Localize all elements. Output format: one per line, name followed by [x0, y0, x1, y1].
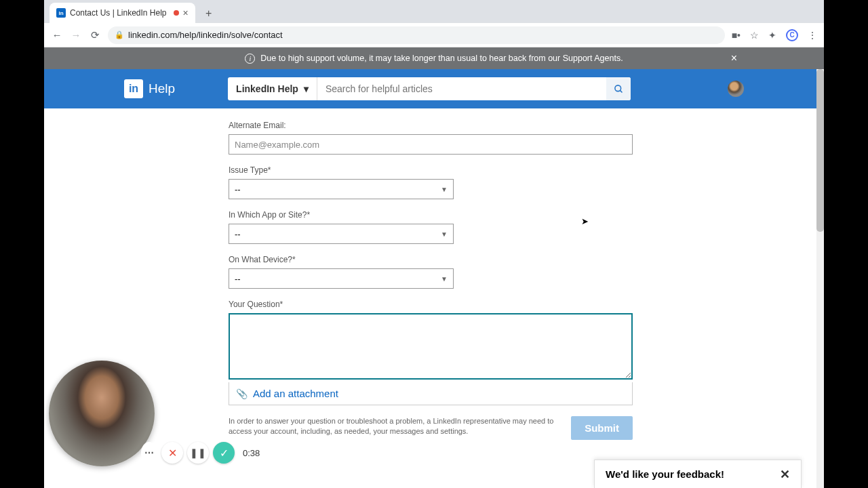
logo[interactable]: in Help	[124, 79, 175, 98]
address-bar: ← → ⟳ 🔒 linkedin.com/help/linkedin/solve…	[44, 23, 824, 47]
user-avatar[interactable]	[728, 81, 744, 97]
new-tab-button[interactable]: +	[199, 4, 218, 23]
issue-type-value: --	[235, 184, 241, 195]
video-icon[interactable]: ■•	[732, 30, 741, 41]
alt-email-label: Alternate Email:	[229, 121, 633, 130]
feedback-popup[interactable]: We'd like your feedback! ✕	[594, 460, 802, 488]
chevron-down-icon: ▼	[441, 275, 448, 283]
recording-time: 0:38	[243, 448, 260, 458]
scrollbar[interactable]	[816, 69, 824, 488]
cancel-recording-button[interactable]: ✕	[161, 442, 183, 464]
webcam-bubble[interactable]	[49, 361, 155, 466]
app-site-select[interactable]: -- ▼	[229, 224, 454, 244]
app-site-value: --	[235, 229, 241, 239]
extensions-icon[interactable]: ✦	[768, 30, 776, 41]
feedback-close-button[interactable]: ✕	[780, 467, 790, 482]
recording-controls: ⋯ ✕ ❚❚ ✓ 0:38	[141, 442, 260, 464]
chevron-down-icon: ▼	[441, 186, 448, 193]
extension-c-icon[interactable]: C	[786, 29, 798, 41]
notice-banner: i Due to high support volume, it may tak…	[44, 47, 824, 69]
bookmark-star-icon[interactable]: ☆	[750, 30, 759, 41]
browser-tab[interactable]: in Contact Us | LinkedIn Help ×	[50, 3, 195, 23]
question-textarea[interactable]	[229, 313, 633, 380]
site-header: in Help LinkedIn Help ▾	[44, 69, 824, 108]
reload-button[interactable]: ⟳	[89, 29, 101, 41]
page-content: Alternate Email: Issue Type* -- ▼ In Whi…	[44, 108, 824, 488]
url-text: linkedin.com/help/linkedin/solve/contact	[128, 30, 283, 40]
close-tab-icon[interactable]: ×	[183, 7, 189, 18]
url-input[interactable]: 🔒 linkedin.com/help/linkedin/solve/conta…	[108, 26, 725, 44]
issue-type-label: Issue Type*	[229, 165, 633, 175]
issue-type-select[interactable]: -- ▼	[229, 179, 454, 199]
search-bar: LinkedIn Help ▾	[228, 77, 631, 100]
scroll-thumb[interactable]	[816, 69, 824, 232]
question-label: Your Question*	[229, 300, 633, 309]
feedback-text: We'd like your feedback!	[606, 468, 724, 480]
recording-indicator-icon	[174, 10, 179, 16]
banner-text: Due to high support volume, it may take …	[260, 54, 623, 63]
paperclip-icon: 📎	[236, 388, 248, 399]
pause-recording-button[interactable]: ❚❚	[187, 442, 209, 464]
search-category-dropdown[interactable]: LinkedIn Help ▾	[228, 77, 317, 100]
add-attachment-button[interactable]: 📎 Add an attachment	[229, 382, 633, 405]
more-options-button[interactable]: ⋯	[141, 442, 157, 464]
banner-close-button[interactable]: ×	[731, 52, 737, 64]
finish-recording-button[interactable]: ✓	[213, 442, 235, 464]
app-site-label: In Which App or Site?*	[229, 210, 633, 220]
svg-line-1	[620, 90, 622, 92]
forward-button[interactable]: →	[70, 29, 82, 41]
browser-tab-bar: in Contact Us | LinkedIn Help × +	[44, 0, 824, 23]
submit-button[interactable]: Submit	[571, 416, 633, 440]
search-input[interactable]	[317, 77, 606, 100]
search-icon	[614, 84, 624, 94]
svg-point-0	[614, 85, 620, 91]
back-button[interactable]: ←	[51, 29, 63, 41]
tab-title: Contact Us | LinkedIn Help	[70, 8, 167, 18]
device-select[interactable]: -- ▼	[229, 268, 454, 289]
chevron-down-icon: ▾	[304, 83, 309, 94]
help-label: Help	[149, 81, 175, 96]
disclaimer-text: In order to answer your question or trou…	[229, 416, 557, 437]
chevron-down-icon: ▼	[441, 230, 448, 238]
linkedin-favicon: in	[56, 8, 66, 18]
attach-label: Add an attachment	[253, 388, 338, 399]
lock-icon: 🔒	[115, 30, 124, 39]
browser-menu-icon[interactable]: ⋮	[808, 30, 817, 41]
linkedin-logo-icon: in	[124, 79, 143, 98]
info-icon: i	[245, 54, 255, 64]
device-label: On What Device?*	[229, 255, 633, 264]
dropdown-label: LinkedIn Help	[236, 83, 298, 94]
search-button[interactable]	[606, 77, 631, 100]
alt-email-input[interactable]	[229, 134, 633, 155]
device-value: --	[235, 274, 241, 284]
